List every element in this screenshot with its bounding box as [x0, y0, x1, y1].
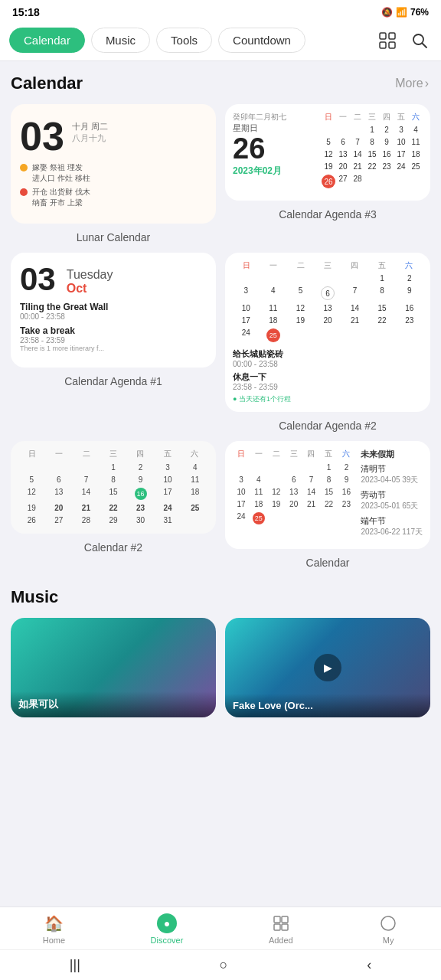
svg-rect-2: [380, 42, 386, 48]
agenda3-month: 2023年02月: [233, 165, 286, 178]
status-time: 15:18: [12, 6, 40, 18]
tab-bar: Calendar Music Tools Countdown: [0, 21, 441, 61]
music-card-2-title: Fake Love (Orc...: [233, 700, 423, 711]
cal-holiday-label: Calendar: [225, 557, 430, 569]
agenda3-cal-grid: 1234 567891011 12131415161718 1920212223…: [322, 124, 423, 190]
nav-discover-label: Discover: [151, 936, 184, 945]
music-section: Music 如果可以 ▶ Fake Love (Orc...: [11, 587, 430, 717]
agenda1-month: Oct: [67, 282, 113, 296]
lunar-event-1: 嫁娶 祭祖 理发进人口 作灶 移柱: [20, 162, 207, 184]
music-card-1[interactable]: 如果可以: [11, 618, 216, 717]
android-nav: ||| ○ ‹: [0, 949, 441, 980]
calendar-section-header: Calendar More ›: [11, 74, 430, 93]
agenda3-lunar-info: 癸卯年二月初七: [233, 112, 286, 122]
notification-icon: 🔕: [381, 7, 393, 18]
agenda2-event-2: 休息一下 23:58 - 23:59: [233, 371, 423, 391]
holiday-1: 清明节 2023-04-05 39天: [361, 463, 423, 485]
music-grid: 如果可以 ▶ Fake Love (Orc...: [11, 618, 430, 717]
grid-icon[interactable]: [375, 28, 400, 53]
nav-my[interactable]: My: [378, 913, 398, 945]
agenda1-events: Tiling the Great Wall 00:00 - 23:58 Take…: [20, 302, 207, 352]
status-icons: 🔕 📶 76%: [381, 7, 429, 18]
status-bar: 15:18 🔕 📶 76%: [0, 0, 441, 21]
svg-rect-3: [389, 42, 395, 48]
nav-discover[interactable]: ● Discover: [151, 913, 184, 945]
cal2-header: 日一二三四五六: [18, 449, 208, 459]
red-dot-icon: [20, 188, 28, 196]
cal-holiday-calendar: 日一二三四五六 12 346789 10111213141516 1718192…: [233, 449, 354, 541]
calendar-agenda-3-widget[interactable]: 癸卯年二月初七 星期日 26 2023年02月 日一二三四五六 1234 567…: [225, 104, 430, 243]
agenda2-cal-grid: 12 3456789 10111213141516 17181920212223…: [233, 273, 423, 344]
calendar-2-widget[interactable]: 日一二三四五六 1234 567891011 12131415161718 19…: [11, 441, 216, 569]
svg-rect-1: [389, 33, 395, 39]
music-card-1-title: 如果可以: [18, 697, 208, 711]
cal2-label: Calendar #2: [11, 541, 216, 554]
svg-line-5: [423, 43, 427, 47]
nav-home[interactable]: 🏠 Home: [43, 913, 65, 945]
nav-my-label: My: [383, 936, 394, 945]
calendar-title: Calendar: [11, 74, 83, 93]
agenda2-event-1: 给长城贴瓷砖 00:00 - 23:58: [233, 348, 423, 368]
lunar-cn-date: 八月十九: [72, 132, 108, 144]
agenda3-label: Calendar Agenda #3: [225, 208, 430, 220]
holiday-3: 端午节 2023-06-22 117天: [361, 515, 423, 537]
more-button[interactable]: More ›: [395, 77, 430, 90]
tab-music[interactable]: Music: [91, 28, 150, 53]
tab-countdown[interactable]: Countdown: [218, 28, 305, 53]
yellow-dot-icon: [20, 164, 28, 172]
nav-added[interactable]: Added: [269, 913, 293, 945]
agenda2-note: ● 当天还有1个行程: [233, 394, 423, 404]
music-title: Music: [11, 587, 58, 607]
calendar-agenda-1-widget[interactable]: 03 Tuesday Oct Tiling the Great Wall 00:…: [11, 253, 216, 432]
lunar-weekday: 十月 周二: [72, 121, 108, 132]
tab-calendar[interactable]: Calendar: [9, 28, 85, 53]
play-icon: ▶: [324, 662, 332, 674]
agenda1-label: Calendar Agenda #1: [11, 375, 216, 387]
home-icon: 🏠: [44, 913, 64, 933]
android-back-btn[interactable]: ‹: [351, 954, 387, 976]
chevron-right-icon: ›: [425, 77, 429, 90]
search-icon[interactable]: [407, 28, 432, 53]
agenda1-day: Tuesday: [67, 268, 113, 282]
music-section-header: Music: [11, 587, 430, 607]
discover-icon: ●: [157, 913, 177, 933]
calendar-widget-grid: 03 十月 周二 八月十九 嫁娶 祭祖 理发进人口 作灶 移柱 开仓 出货财 伐…: [11, 104, 430, 569]
lunar-event-2: 开仓 出货财 伐木纳畜 开市 上梁: [20, 187, 207, 208]
lunar-date-number: 03: [20, 116, 64, 156]
svg-point-10: [381, 916, 395, 930]
agenda1-event-2: Take a break 23:58 - 23:59 There is 1 mo…: [20, 325, 207, 352]
agenda2-events: 给长城贴瓷砖 00:00 - 23:58 休息一下 23:58 - 23:59 …: [233, 348, 423, 404]
svg-rect-9: [282, 924, 288, 930]
agenda1-date-num: 03: [20, 263, 56, 296]
tab-tools[interactable]: Tools: [156, 28, 212, 53]
lunar-event-1-text: 嫁娶 祭祖 理发进人口 作灶 移柱: [32, 162, 90, 184]
agenda3-big-date: 26: [233, 134, 286, 163]
main-content: Calendar More › 03 十月 周二 八月十九 嫁娶 祭祖 理发进人…: [0, 61, 441, 822]
svg-rect-7: [282, 916, 288, 923]
nav-home-label: Home: [43, 936, 65, 945]
agenda2-label: Calendar Agenda #2: [225, 420, 430, 432]
my-icon: [378, 913, 398, 933]
nav-added-label: Added: [269, 936, 293, 945]
calendar-holiday-widget[interactable]: 日一二三四五六 12 346789 10111213141516 1718192…: [225, 441, 430, 569]
added-icon: [271, 913, 291, 933]
lunar-calendar-label: Lunar Calendar: [11, 231, 216, 243]
bottom-nav: 🏠 Home ● Discover Added My: [0, 906, 441, 949]
music-card-2[interactable]: ▶ Fake Love (Orc...: [225, 618, 430, 717]
calendar-agenda-2-widget[interactable]: 日一二三四五六 12 3456789 10111213141516 171819…: [225, 253, 430, 432]
android-recent-btn[interactable]: |||: [54, 954, 96, 976]
lunar-event-2-text: 开仓 出货财 伐木纳畜 开市 上梁: [32, 187, 90, 208]
svg-rect-6: [274, 916, 280, 923]
svg-rect-8: [274, 924, 280, 930]
holiday-2: 劳动节 2023-05-01 65天: [361, 489, 423, 511]
lunar-calendar-widget[interactable]: 03 十月 周二 八月十九 嫁娶 祭祖 理发进人口 作灶 移柱 开仓 出货财 伐…: [11, 104, 216, 243]
svg-rect-0: [380, 33, 386, 39]
cal2-grid: 1234 567891011 12131415161718 1920212223…: [18, 462, 208, 526]
holidays-header: 未来假期: [361, 449, 423, 460]
wifi-icon: 📶: [396, 7, 407, 18]
battery-icon: 76%: [410, 7, 429, 18]
agenda1-event-1: Tiling the Great Wall 00:00 - 23:58: [20, 302, 207, 321]
holiday-list: 未来假期 清明节 2023-04-05 39天 劳动节 2023-05-01 6…: [361, 449, 423, 541]
agenda3-mini-calendar: 日一二三四五六 1234 567891011 12131415161718 19…: [322, 112, 423, 190]
android-home-btn[interactable]: ○: [204, 954, 243, 976]
